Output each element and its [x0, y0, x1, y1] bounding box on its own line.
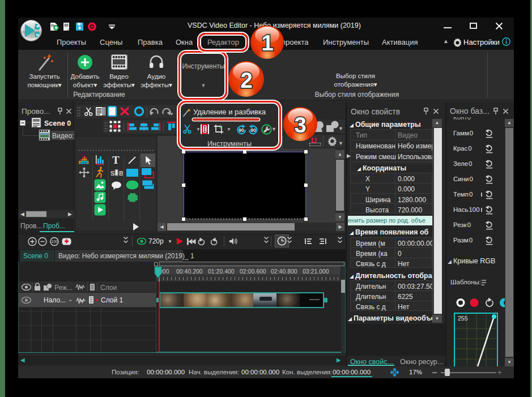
svg-text:3: 3	[294, 113, 306, 137]
svg-text:B: B	[119, 170, 123, 177]
svg-text:2: 2	[240, 69, 252, 92]
svg-text:S: S	[110, 170, 114, 177]
svg-text:90: 90	[250, 127, 256, 133]
svg-text:100: 100	[52, 240, 58, 244]
svg-text:1: 1	[261, 31, 273, 55]
svg-text:90: 90	[239, 127, 244, 133]
